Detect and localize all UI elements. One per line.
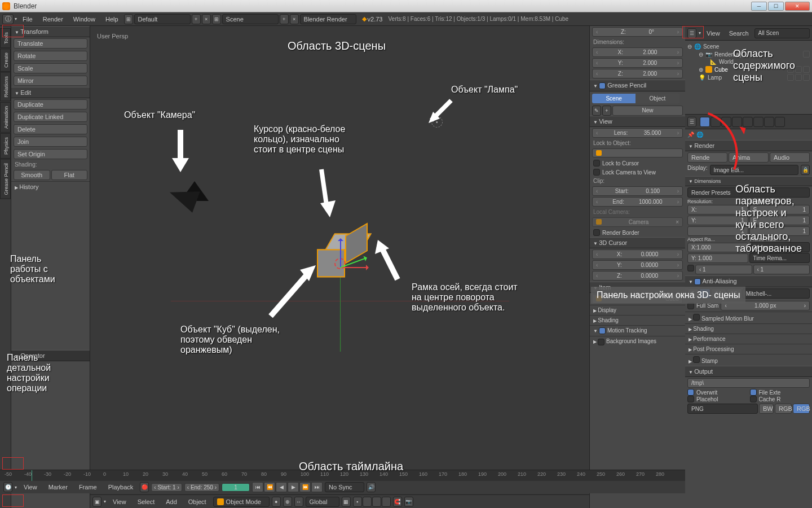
layout-dropdown[interactable]: Default <box>134 14 191 24</box>
aa-header[interactable]: Anti-Aliasing <box>685 275 812 287</box>
prop-tab-modifier[interactable] <box>764 117 774 127</box>
lock-cursor-check[interactable]: Lock to Cursor <box>590 159 685 168</box>
dim-y-field[interactable]: ‹Y:2.000› <box>592 58 683 68</box>
outliner-search[interactable]: Search <box>726 30 752 37</box>
editor-type-icon[interactable]: ▣ <box>92 497 102 507</box>
duplicate-button[interactable]: Duplicate <box>14 99 87 110</box>
outliner-filter[interactable]: All Scen <box>754 28 810 38</box>
mode-dropdown[interactable]: Object Mode <box>213 497 270 507</box>
view-header[interactable]: View <box>590 116 685 127</box>
orientation-dropdown[interactable]: Global <box>306 497 339 507</box>
menu-object[interactable]: Object <box>184 497 211 506</box>
jump-end-button[interactable]: ⏭ <box>311 482 323 492</box>
menu-file[interactable]: File <box>18 15 37 24</box>
plus-icon[interactable]: + <box>602 106 611 116</box>
format-dropdown[interactable]: PNG <box>687 404 758 414</box>
display-panel[interactable]: Display <box>590 305 685 315</box>
audio-button[interactable]: Audio <box>770 152 810 163</box>
cursor-x-field[interactable]: ‹X:0.0000› <box>592 249 683 259</box>
new-field[interactable]: ‹ 1 <box>753 265 810 274</box>
gp-object-button[interactable]: Object <box>636 94 679 103</box>
info-icon[interactable]: ⓘ <box>2 14 14 24</box>
edit-header[interactable]: Edit <box>11 87 90 98</box>
vtab-create[interactable]: Create <box>0 49 11 72</box>
border-check[interactable] <box>687 265 694 271</box>
menu-view[interactable]: View <box>108 497 131 506</box>
scene-dropdown[interactable]: Scene <box>222 14 279 24</box>
old-field[interactable]: ‹ 1 <box>695 265 752 274</box>
layers-icon[interactable]: ▦ <box>342 497 351 507</box>
placeholder-check[interactable]: Placehol <box>687 396 748 402</box>
rgb-button[interactable]: RGB <box>775 404 792 414</box>
camera-field[interactable]: Camera× <box>592 217 683 227</box>
camera-object[interactable] <box>158 184 197 207</box>
close-button[interactable]: ✕ <box>785 2 810 11</box>
smooth-button[interactable]: Smooth <box>14 170 50 180</box>
shading-panel2[interactable]: Shading <box>685 323 812 334</box>
outliner-view[interactable]: View <box>703 30 723 37</box>
layer-buttons[interactable]: ▪ <box>353 497 391 507</box>
vtab-animation[interactable]: Animation <box>0 102 11 133</box>
play-rev-button[interactable]: ◀ <box>276 482 287 492</box>
cursor-y-field[interactable]: ‹Y:0.0000› <box>592 260 683 270</box>
rotate-button[interactable]: Rotate <box>14 51 87 61</box>
output-path-field[interactable]: /tmp\ <box>687 378 810 388</box>
gp-header[interactable]: Grease Pencil <box>590 80 685 91</box>
del-scene-button[interactable]: × <box>290 14 299 24</box>
scale-button[interactable]: Scale <box>14 63 87 73</box>
dim-z-field[interactable]: ‹Z:2.000› <box>592 69 683 78</box>
menu-window[interactable]: Window <box>69 15 100 24</box>
fileext-check[interactable]: File Exte <box>750 389 810 396</box>
delete-button[interactable]: Delete <box>14 124 87 134</box>
cursor-header[interactable]: 3D Cursor <box>590 237 685 248</box>
pivot-icon[interactable]: ⊕ <box>283 497 292 507</box>
render-icon[interactable]: 📷 <box>404 497 413 507</box>
clip-start-field[interactable]: ‹Start:0.100› <box>592 186 683 196</box>
tree-cube[interactable]: Cube <box>714 67 728 73</box>
join-button[interactable]: Join <box>14 137 87 147</box>
set-origin-button[interactable]: Set Origin <box>14 149 87 159</box>
cache-check[interactable]: Cache R <box>750 396 810 402</box>
props-icon[interactable]: ☰ <box>687 117 696 127</box>
new-button[interactable]: New <box>612 106 683 116</box>
filter-dropdown[interactable]: Mitchell-... <box>742 288 810 299</box>
tl-marker[interactable]: Marker <box>44 483 72 492</box>
lens-field[interactable]: ‹Lens:35.000› <box>592 128 683 138</box>
smb-panel[interactable]: Sampled Motion Blur <box>685 312 812 323</box>
tree-scene[interactable]: Scene <box>703 43 719 50</box>
lock-object-field[interactable] <box>592 148 683 157</box>
prop-tab-data[interactable] <box>775 117 785 127</box>
history-panel[interactable]: History <box>11 181 90 192</box>
timeline-icon[interactable]: 🕐 <box>3 482 12 492</box>
vtab-relations[interactable]: Relations <box>0 72 11 102</box>
overwrite-check[interactable]: Overwrit <box>687 389 748 396</box>
stamp-panel[interactable]: Stamp <box>685 354 812 366</box>
dim-x-field[interactable]: ‹X:2.000› <box>592 47 683 57</box>
render-border-check[interactable]: Render Border <box>590 228 685 237</box>
translate-button[interactable]: Translate <box>14 38 87 49</box>
vtab-grease[interactable]: Grease Pencil <box>0 159 11 199</box>
jump-start-button[interactable]: ⏮ <box>252 482 263 492</box>
display-dropdown[interactable]: Image Edi... <box>710 165 798 175</box>
screen-browse-icon[interactable]: ⊞ <box>124 14 133 24</box>
post-panel[interactable]: Post Processing <box>685 344 812 354</box>
tree-world[interactable]: World <box>719 59 734 65</box>
bg-panel[interactable]: Background Images <box>590 336 685 347</box>
flat-button[interactable]: Flat <box>51 170 88 180</box>
menu-help[interactable]: Help <box>101 15 123 24</box>
motion-panel[interactable]: Motion Tracking <box>590 325 685 336</box>
shading-panel[interactable]: Shading <box>590 315 685 325</box>
rot-z-field[interactable]: ‹Z:0°› <box>592 27 683 37</box>
start-frame-field[interactable]: ‹ Start: 1 › <box>151 483 182 492</box>
tl-playback[interactable]: Playback <box>104 483 138 492</box>
menu-render[interactable]: Render <box>38 15 68 24</box>
sync-dropdown[interactable]: No Sync <box>325 482 364 492</box>
maximize-button[interactable]: ☐ <box>768 2 784 11</box>
lock-icon[interactable]: 🔒 <box>801 165 810 175</box>
add-scene-button[interactable]: + <box>280 14 289 24</box>
rgba-button[interactable]: RGB <box>793 404 810 414</box>
current-frame-field[interactable]: 1 <box>222 483 250 492</box>
autokey-icon[interactable]: 🔴 <box>140 482 149 492</box>
vtab-physics[interactable]: Physics <box>0 133 11 159</box>
add-layout-button[interactable]: + <box>192 14 201 24</box>
